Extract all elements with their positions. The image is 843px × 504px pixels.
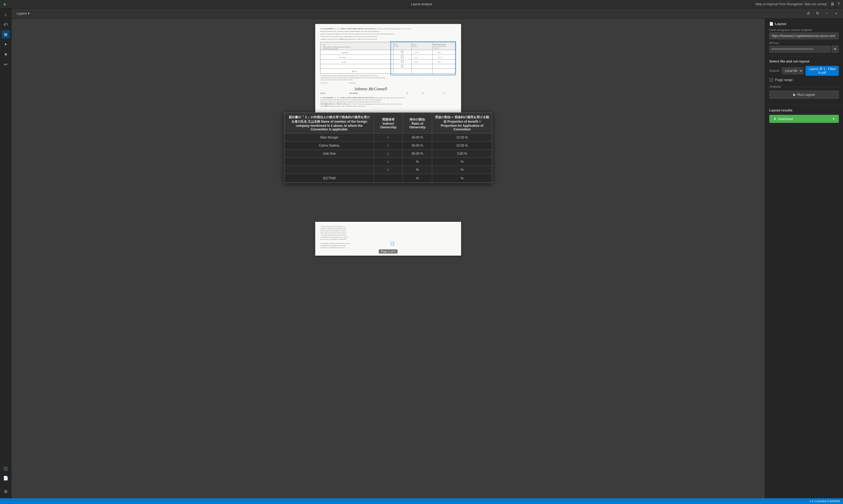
- svg-text:5.00 ＊: 5.00 ＊: [438, 61, 442, 63]
- svg-text:Julie Doe: Julie Doe: [341, 61, 347, 63]
- analysis-divider: [784, 87, 839, 87]
- select-file-title: Select file and run layout: [769, 59, 839, 63]
- cell-ratio: %: [403, 166, 432, 174]
- sidebar-item-docs[interactable]: 📄: [2, 474, 10, 482]
- table-row: Allan Munger□45.00 %22.00 %: [284, 133, 492, 142]
- api-key-row: 👁: [769, 46, 839, 53]
- sidebar: ⌂ 🏷 ⊞ ✦ ★ ⇌ ◫ 📄 ⚙: [0, 8, 12, 498]
- svg-rect-46: [393, 64, 411, 69]
- cell-name: [284, 166, 374, 174]
- svg-text:税理士法: 税理士法: [320, 92, 326, 94]
- cell-indirect: □: [374, 142, 403, 150]
- zoom-out-btn[interactable]: －: [823, 10, 830, 17]
- sidebar-item-star[interactable]: ★: [2, 50, 10, 58]
- layout-results-section: Layout results ⬇ Download ▾: [765, 105, 843, 126]
- svg-rect-32: [433, 55, 456, 59]
- panel-layout-title: 📄 Layout: [769, 22, 839, 26]
- cell-ratio: %: [403, 158, 432, 166]
- layers-dropdown[interactable]: Layers ▾: [15, 11, 32, 16]
- svg-text:Ratio of: Ratio of: [412, 44, 416, 45]
- col-header-proportion: 受益の割合＝ 税条約の適用を受ける割合 Proportion of benefi…: [432, 113, 492, 133]
- analysis-row: Analysis: [769, 85, 839, 89]
- select-file-section: Select file and run layout Source: Local…: [765, 56, 843, 105]
- svg-text:詳細に税条約の規定に従って取得された収入を記入してください.: 詳細に税条約の規定に従って取得された収入を記入してください. Enter the…: [320, 103, 403, 105]
- api-key-label: API key: [769, 41, 839, 44]
- layout-results-label: Layout results: [769, 108, 839, 112]
- col-header-indirect: 間接保有 Indirect Ownership: [374, 113, 403, 133]
- cell-ratio: %: [403, 174, 432, 183]
- toggle-api-key-btn[interactable]: 👁: [831, 46, 839, 53]
- svg-rect-38: [393, 59, 411, 64]
- svg-rect-47: [411, 64, 433, 69]
- page-range-checkbox[interactable]: [769, 78, 773, 82]
- svg-text:Indirect: Indirect: [394, 44, 398, 45]
- svg-text:Order to carry out the tax pay: Order to carry out the tax payer's neces…: [320, 232, 346, 234]
- cell-indirect: □: [374, 133, 403, 142]
- panel-layout-section: 📄 Layout Form recognizer service endpoin…: [765, 19, 843, 56]
- svg-text:80.00 ＊: 80.00 ＊: [414, 61, 419, 63]
- cell-ratio: 80.00 %: [403, 150, 432, 158]
- run-layout-btn[interactable]: ▶ Run Layout: [769, 91, 839, 99]
- svg-text:の dividends mentioned in 2 abo: の dividends mentioned in 2 above that a …: [320, 75, 378, 76]
- cell-proportion: %: [432, 174, 492, 183]
- download-label: Download: [778, 117, 793, 121]
- source-select[interactable]: Local file: [782, 68, 803, 74]
- run-layout-label: Run Layout: [797, 93, 815, 96]
- source-row: Source: Local file Layout JP 1 - Filled …: [769, 66, 839, 76]
- endpoint-label: Form recognizer service endpoint: [769, 29, 839, 32]
- chevron-down-icon: ▾: [28, 12, 30, 15]
- svg-text:provided 取得 such proportional : provided 取得 such proportional income is …: [320, 105, 366, 107]
- redo-btn[interactable]: ↻: [814, 10, 821, 17]
- file-name-box[interactable]: Layout JP 1 - Filled In.pdf: [806, 66, 839, 76]
- svg-text:Allan Munger: Allan Munger: [341, 52, 349, 53]
- svg-text:主に外国上場有価証券（の「主」の外国法人の株式等で税条約の適: 主に外国上場有価証券（の「主」の外国法人の株式等で税条約の適用を受ける者の氏名名…: [320, 97, 406, 99]
- sidebar-item-connections[interactable]: ⇌: [2, 60, 10, 68]
- modal-table: 届出書の「２」の外国法人の株主等で税条約の適用を受ける者の氏名 又は名称 Nam…: [284, 113, 492, 183]
- endpoint-input[interactable]: [769, 33, 839, 39]
- sidebar-item-custom[interactable]: ✦: [2, 40, 10, 49]
- api-key-input[interactable]: [769, 46, 830, 53]
- svg-text:provisions of Art.117 General : provisions of Art.117 General Rules for …: [320, 238, 347, 240]
- sidebar-item-layout[interactable]: ⊞: [2, 30, 10, 38]
- cell-ratio: 45.00 %: [403, 133, 432, 142]
- cell-name: 合計Total: [284, 174, 374, 183]
- app-title: Layout analyze: [411, 2, 432, 6]
- svg-text:xx: xx: [443, 92, 444, 94]
- page-label: Page 2 of 4: [379, 249, 398, 254]
- help-icon[interactable]: ?: [838, 2, 840, 6]
- cell-proportion: %: [432, 166, 492, 174]
- svg-text:45.00 ＊: 45.00 ＊: [414, 52, 419, 53]
- page-range-label: Page range:: [775, 78, 793, 82]
- toolbar: Layers ▾ ↺ ↻ － ＋: [12, 8, 843, 19]
- undo-btn[interactable]: ↺: [805, 10, 812, 17]
- doc-page-1-svg: 主に外国上場有価証券（の「主」の外国法人の株式等で税条約の適用を受ける者の氏名名…: [315, 24, 461, 115]
- download-icon: ⬇: [773, 117, 776, 121]
- svg-rect-40: [433, 59, 456, 64]
- svg-text:whom the Convention is applica: whom the Convention is applicable: [323, 48, 338, 50]
- svg-text:Applicable law:: Applicable law:: [320, 82, 328, 84]
- source-label: Source:: [769, 69, 780, 73]
- table-header-row: 届出書の「２」の外国法人の株主等で税条約の適用を受ける者の氏名 又は名称 Nam…: [284, 113, 492, 133]
- svg-rect-53: [433, 69, 456, 73]
- download-btn[interactable]: ⬇ Download ▾: [769, 115, 839, 123]
- svg-text:Attachment form for additional: Attachment form for additional statement…: [320, 247, 346, 248]
- svg-text:税条約の適用を受ける割合: 税条約の適用を受ける割合: [433, 44, 446, 45]
- title-bar: ◈ Layout analyze Help us improve Form Re…: [0, 0, 843, 8]
- svg-text:If the applicable convention h: If the applicable convention has setting…: [320, 243, 350, 244]
- svg-text:Proportion of benefit - Applic: Proportion of benefit - Application: [433, 46, 446, 47]
- sidebar-item-layers2[interactable]: ◫: [2, 464, 10, 472]
- svg-text:Effective date: Effective date: [349, 82, 356, 84]
- sidebar-item-home[interactable]: ⌂: [2, 11, 10, 19]
- svg-text:合計 Total: 合計 Total: [352, 71, 357, 72]
- cell-name: Allan Munger: [284, 133, 374, 142]
- table-row: Carlos Slattery□56.00 %10.00 %: [284, 142, 492, 150]
- svg-text:主に外国上場有価証券（の「主」の外国法人の株式等で税条約の適: 主に外国上場有価証券（の「主」の外国法人の株式等で税条約の適用を受ける者の氏名名…: [320, 28, 411, 30]
- modal-close-btn[interactable]: ✕: [486, 115, 490, 120]
- sidebar-item-tag[interactable]: 🏷: [2, 20, 10, 29]
- table-row: □%%: [284, 158, 492, 166]
- table-row: Julie Doe□80.00 %5.00 %: [284, 150, 492, 158]
- zoom-in-btn[interactable]: ＋: [832, 10, 840, 17]
- sidebar-item-settings[interactable]: ⚙: [2, 487, 10, 496]
- table-row: □%%: [284, 166, 492, 174]
- doc-viewer[interactable]: 主に外国上場有価証券（の「主」の外国法人の株式等で税条約の適用を受ける者の氏名名…: [12, 19, 765, 498]
